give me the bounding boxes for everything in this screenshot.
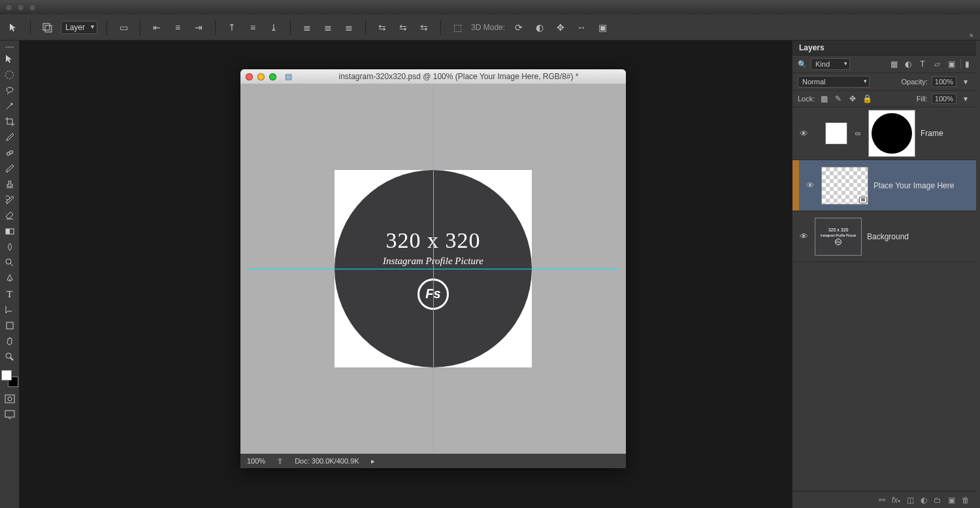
link-icon[interactable]: ∞ bbox=[853, 128, 863, 139]
auto-select-icon[interactable] bbox=[40, 20, 54, 35]
layers-tab[interactable]: Layers bbox=[792, 41, 976, 56]
zoom-level[interactable]: 100% bbox=[247, 457, 265, 465]
3d-slide-icon[interactable]: ↔ bbox=[574, 20, 589, 35]
doc-minimize-icon[interactable] bbox=[257, 73, 265, 80]
visibility-toggle-icon[interactable]: 👁 bbox=[798, 129, 809, 139]
type-tool[interactable]: T bbox=[1, 286, 19, 302]
guide-horizontal[interactable] bbox=[247, 269, 619, 269]
align-hcenter-icon[interactable]: ≡ bbox=[171, 20, 185, 35]
layer-row-frame[interactable]: 👁 ∞ Frame bbox=[792, 107, 976, 160]
filter-toggle-icon[interactable]: ▮ bbox=[960, 59, 971, 69]
filter-shape-icon[interactable]: ▱ bbox=[932, 59, 942, 69]
move-tool-indicator-icon[interactable] bbox=[7, 20, 21, 35]
distribute-top-icon[interactable]: ≣ bbox=[300, 20, 314, 35]
doc-info[interactable]: Doc: 300.0K/400.9K bbox=[295, 457, 359, 465]
lock-all-icon[interactable]: 🔒 bbox=[862, 93, 872, 104]
opacity-dropdown-icon[interactable]: ▾ bbox=[960, 76, 971, 87]
opacity-value[interactable]: 100% bbox=[932, 76, 956, 87]
history-brush-tool[interactable] bbox=[1, 192, 19, 208]
new-layer-icon[interactable]: ▣ bbox=[948, 496, 955, 505]
align-vcenter-icon[interactable]: ≡ bbox=[246, 20, 260, 35]
move-tool[interactable] bbox=[1, 51, 19, 67]
link-layers-icon[interactable]: ⚯ bbox=[879, 496, 885, 505]
filter-type-icon[interactable]: T bbox=[917, 59, 928, 69]
doc-info-arrow-icon[interactable]: ▸ bbox=[371, 457, 375, 466]
align-bottom-icon[interactable]: ⤓ bbox=[267, 20, 281, 35]
3d-pan-icon[interactable]: ✥ bbox=[553, 20, 568, 35]
filter-pixel-icon[interactable]: ▦ bbox=[889, 59, 899, 69]
path-tool[interactable] bbox=[1, 302, 19, 318]
align-left-icon[interactable]: ⇤ bbox=[150, 20, 164, 35]
crop-tool[interactable] bbox=[1, 114, 19, 129]
layer-thumbnail[interactable] bbox=[821, 167, 868, 205]
panel-close-icon[interactable]: × bbox=[970, 31, 973, 39]
doc-zoom-icon[interactable] bbox=[269, 73, 276, 80]
align-right-icon[interactable]: ⇥ bbox=[191, 20, 206, 35]
blur-tool[interactable] bbox=[1, 239, 19, 255]
visibility-toggle-icon[interactable]: 👁 bbox=[798, 231, 809, 241]
screenmode-tool[interactable] bbox=[1, 407, 19, 422]
distribute-hcenter-icon[interactable]: ⇆ bbox=[396, 20, 410, 35]
separator bbox=[215, 20, 216, 35]
layer-name[interactable]: Background bbox=[867, 232, 909, 241]
filter-kind-dropdown[interactable]: Kind bbox=[811, 58, 850, 70]
fx-icon[interactable]: fx▾ bbox=[892, 496, 900, 505]
dodge-tool[interactable] bbox=[1, 255, 19, 271]
heal-tool[interactable] bbox=[1, 145, 19, 161]
zoom-tool[interactable] bbox=[1, 349, 19, 365]
brush-tool[interactable] bbox=[1, 161, 19, 177]
distribute-bottom-icon[interactable]: ≣ bbox=[342, 20, 356, 35]
trash-icon[interactable]: 🗑 bbox=[962, 496, 970, 505]
layer-mask-thumbnail[interactable] bbox=[868, 110, 915, 157]
filter-smart-icon[interactable]: ▣ bbox=[946, 59, 956, 69]
layer-thumbnail[interactable] bbox=[825, 122, 847, 144]
adjustment-icon[interactable]: ◐ bbox=[921, 496, 927, 505]
document-window[interactable]: ▤ instagram-320x320.psd @ 100% (Place Yo… bbox=[240, 69, 626, 468]
eyedropper-tool[interactable] bbox=[1, 129, 19, 145]
mask-icon[interactable]: ◫ bbox=[907, 496, 914, 505]
fill-dropdown-icon[interactable]: ▾ bbox=[960, 93, 971, 104]
blend-mode-dropdown[interactable]: Normal bbox=[798, 76, 870, 88]
shape-tool[interactable] bbox=[1, 318, 19, 333]
3d-icon[interactable]: ⬚ bbox=[450, 20, 465, 35]
transform-controls-icon[interactable]: ▭ bbox=[116, 20, 131, 35]
layer-row-place-image[interactable]: 👁 Place Your Image Here bbox=[792, 160, 976, 211]
3d-roll-icon[interactable]: ◐ bbox=[532, 20, 547, 35]
align-top-icon[interactable]: ⤒ bbox=[225, 20, 239, 35]
document-titlebar[interactable]: ▤ instagram-320x320.psd @ 100% (Place Yo… bbox=[240, 69, 626, 84]
layer-thumbnail[interactable]: 320 x 320 Instagram Profile Picture Fs bbox=[815, 218, 862, 256]
quickmask-tool[interactable] bbox=[1, 391, 19, 407]
hand-tool[interactable] bbox=[1, 333, 19, 349]
marquee-tool[interactable] bbox=[1, 67, 19, 82]
grab-handle-icon[interactable]: ▪▪▪▪ bbox=[1, 43, 19, 51]
layer-name[interactable]: Frame bbox=[921, 129, 943, 138]
lock-image-icon[interactable]: ✎ bbox=[833, 93, 843, 104]
window-minimize-icon[interactable] bbox=[17, 4, 24, 11]
foreground-color-swatch[interactable] bbox=[1, 370, 12, 381]
layer-row-background[interactable]: 👁 320 x 320 Instagram Profile Picture Fs… bbox=[792, 211, 976, 262]
distribute-right-icon[interactable]: ⇆ bbox=[417, 20, 431, 35]
layer-name[interactable]: Place Your Image Here bbox=[874, 181, 954, 190]
eraser-tool[interactable] bbox=[1, 208, 19, 224]
window-zoom-icon[interactable] bbox=[29, 4, 36, 11]
color-swatches[interactable] bbox=[1, 370, 18, 387]
gradient-tool[interactable] bbox=[1, 224, 19, 239]
lasso-tool[interactable] bbox=[1, 82, 19, 98]
auto-select-dropdown[interactable]: Layer bbox=[61, 21, 97, 34]
doc-close-icon[interactable] bbox=[246, 73, 253, 80]
distribute-vcenter-icon[interactable]: ≣ bbox=[321, 20, 335, 35]
lock-pos-icon[interactable]: ✥ bbox=[847, 93, 858, 104]
share-icon[interactable]: ⇪ bbox=[277, 457, 283, 466]
stamp-tool[interactable] bbox=[1, 177, 19, 192]
wand-tool[interactable] bbox=[1, 98, 19, 114]
distribute-left-icon[interactable]: ⇆ bbox=[375, 20, 389, 35]
fill-value[interactable]: 100% bbox=[932, 93, 956, 104]
3d-rotate-icon[interactable]: ⟳ bbox=[512, 20, 526, 35]
group-icon[interactable]: 🗀 bbox=[934, 496, 941, 505]
visibility-toggle-icon[interactable]: 👁 bbox=[804, 180, 816, 190]
pen-tool[interactable] bbox=[1, 271, 19, 286]
window-close-icon[interactable] bbox=[5, 4, 12, 11]
filter-adjust-icon[interactable]: ◐ bbox=[903, 59, 913, 69]
3d-scale-icon[interactable]: ▣ bbox=[595, 20, 610, 35]
lock-trans-icon[interactable]: ▦ bbox=[819, 93, 829, 104]
